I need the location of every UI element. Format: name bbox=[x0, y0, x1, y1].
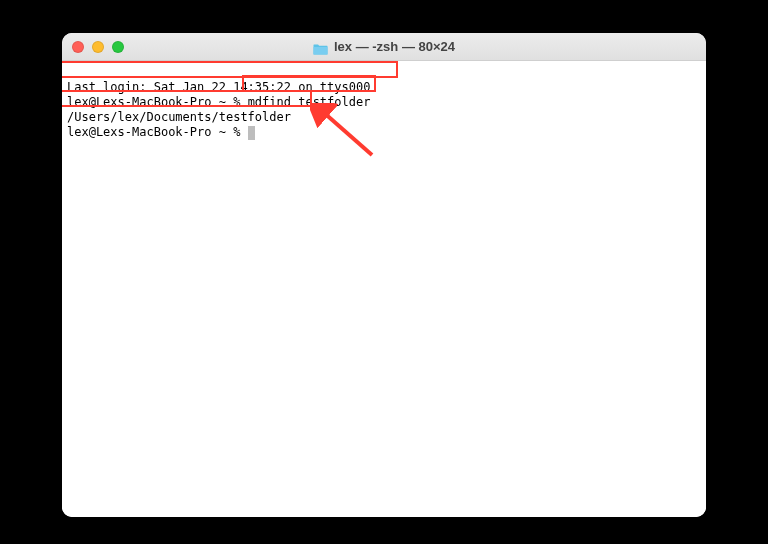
maximize-button[interactable] bbox=[112, 41, 124, 53]
output-text: /Users/lex/Documents/testfolder bbox=[67, 110, 291, 124]
folder-icon bbox=[313, 41, 328, 53]
prompt2-text: lex@Lexs-MacBook-Pro ~ % bbox=[67, 125, 248, 139]
terminal-line-login: Last login: Sat Jan 22 14:35:22 on ttys0… bbox=[67, 80, 701, 95]
traffic-lights bbox=[72, 41, 124, 53]
close-button[interactable] bbox=[72, 41, 84, 53]
terminal-line-command: lex@Lexs-MacBook-Pro ~ % mdfind testfold… bbox=[67, 95, 701, 110]
command-text: mdfind testfolder bbox=[248, 95, 371, 109]
annotation-box-top bbox=[62, 61, 398, 78]
terminal-body[interactable]: Last login: Sat Jan 22 14:35:22 on ttys0… bbox=[62, 61, 706, 517]
title-wrap: lex — -zsh — 80×24 bbox=[62, 39, 706, 54]
terminal-line-prompt: lex@Lexs-MacBook-Pro ~ % bbox=[67, 125, 701, 140]
window-title: lex — -zsh — 80×24 bbox=[334, 39, 455, 54]
window-titlebar: lex — -zsh — 80×24 bbox=[62, 33, 706, 61]
prompt-text: lex@Lexs-MacBook-Pro ~ % bbox=[67, 95, 248, 109]
login-text: Last login: Sat Jan 22 14:35:22 on ttys0… bbox=[67, 80, 370, 94]
cursor bbox=[248, 126, 255, 140]
terminal-window: lex — -zsh — 80×24 Last login: Sat Jan 2… bbox=[62, 33, 706, 517]
minimize-button[interactable] bbox=[92, 41, 104, 53]
terminal-line-output: /Users/lex/Documents/testfolder bbox=[67, 110, 701, 125]
